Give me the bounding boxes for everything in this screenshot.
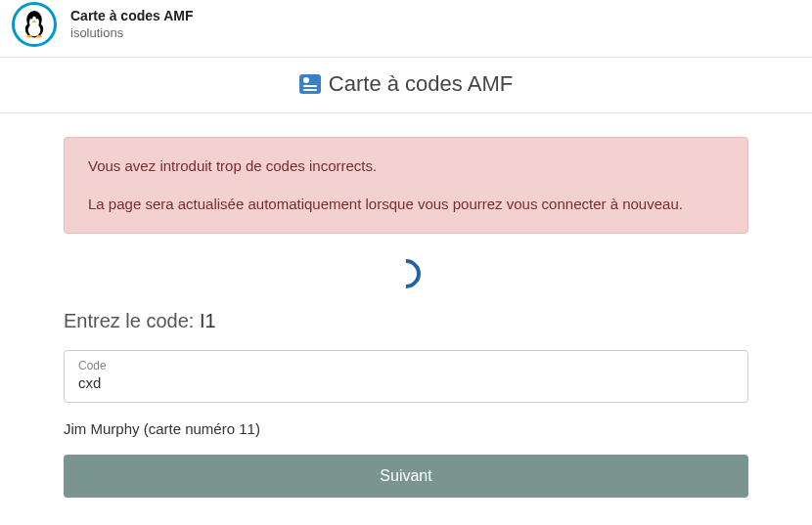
spinner-icon	[385, 253, 427, 294]
svg-point-8	[36, 35, 42, 38]
page-title-text: Carte à codes AMF	[329, 71, 513, 97]
prompt-label: Entrez le code:	[64, 310, 200, 331]
loading-indicator	[64, 234, 748, 310]
app-subtitle: isolutions	[70, 25, 194, 42]
code-prompt: Entrez le code: I1	[64, 310, 748, 332]
id-card-icon	[299, 74, 321, 94]
page-title-bar: Carte à codes AMF	[0, 58, 812, 113]
penguin-icon	[18, 6, 51, 43]
app-title: Carte à codes AMF	[70, 7, 194, 24]
alert-line-2: La page sera actualisée automatiquement …	[88, 194, 724, 216]
card-holder-info: Jim Murphy (carte numéro 11)	[64, 420, 748, 437]
svg-point-7	[26, 35, 32, 38]
app-avatar	[12, 2, 57, 47]
next-button[interactable]: Suivant	[64, 455, 748, 498]
alert-line-1: Vous avez introduit trop de codes incorr…	[88, 155, 724, 178]
prompt-code-value: I1	[200, 310, 216, 331]
error-alert: Vous avez introduit trop de codes incorr…	[64, 137, 748, 234]
svg-point-3	[28, 23, 41, 36]
code-input[interactable]	[78, 374, 734, 391]
svg-point-5	[35, 17, 38, 20]
code-input-label: Code	[78, 359, 734, 372]
main-content: Vous avez introduit trop de codes incorr…	[64, 113, 748, 498]
code-input-group[interactable]: Code	[64, 350, 748, 403]
app-header: Carte à codes AMF isolutions	[0, 0, 812, 58]
svg-point-4	[30, 17, 33, 20]
